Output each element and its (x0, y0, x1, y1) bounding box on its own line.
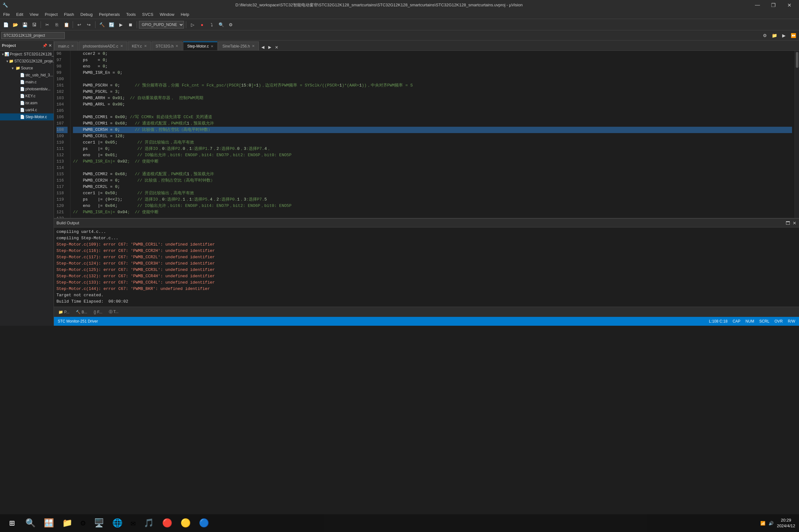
date-display: 2024/4/12 (777, 523, 795, 529)
line-number-100: 100 (56, 76, 68, 82)
sidebar-tree-item-2[interactable]: ▼📁Source (0, 65, 54, 72)
menu-item-view[interactable]: View (26, 10, 41, 19)
tab-close-2[interactable]: ✕ (144, 44, 147, 48)
sidebar-tree-item-4[interactable]: 📄main.c (0, 79, 54, 86)
build-line-11: Build Time Elapsed: 00:00:02 (56, 299, 797, 305)
taskbar-mail[interactable]: ✉️ (128, 516, 139, 530)
taskbar-time[interactable]: 20:29 2024/4/12 (777, 517, 795, 529)
sidebar-tree-item-1[interactable]: ▼📁STC32G12K128_proje... (0, 58, 54, 65)
sidebar-tree-item-5[interactable]: 📄photosentisiv... (0, 86, 54, 93)
menu-item-tools[interactable]: Tools (123, 10, 139, 19)
line-number-115: 115 (56, 171, 68, 177)
taskbar-settings[interactable]: ⚙️ (77, 516, 89, 530)
copy-button[interactable]: ⎘ (52, 20, 61, 29)
close-button[interactable]: ✕ (782, 0, 797, 10)
taskbar-terminal[interactable]: 🖥️ (91, 516, 107, 530)
rebuild-button[interactable]: 🔄 (107, 20, 116, 29)
settings-button[interactable]: ⚙ (226, 20, 235, 29)
tab-Step-Motor-c[interactable]: Step-Motor.c✕ (183, 41, 218, 50)
tab-close-all[interactable]: ✕ (273, 44, 280, 50)
sidebar-tree-item-3[interactable]: 📄stc_usb_hid_3... (0, 72, 54, 79)
bottom-tab-t[interactable]: ⓪ T... (107, 308, 121, 316)
taskbar-search[interactable]: 🔍 (22, 516, 39, 530)
undo-button[interactable]: ↩ (75, 20, 84, 29)
code-line-102: PWMB_PSCRL = 3; (73, 89, 792, 95)
status-right: L:108 C:18 CAP NUM SCRL OVR R/W (709, 319, 795, 324)
tree-label-8: uart4.c (25, 108, 37, 112)
menu-item-help[interactable]: Help (178, 10, 193, 19)
sidebar-pin-icon[interactable]: 📌 (42, 43, 47, 48)
tab-close-5[interactable]: ✕ (252, 44, 255, 48)
menu-item-window[interactable]: Window (157, 10, 177, 19)
tab-close-3[interactable]: ✕ (176, 44, 178, 48)
tab-STC32G-h[interactable]: STC32G.h✕ (152, 41, 183, 50)
menu-item-file[interactable]: File (0, 10, 13, 19)
save-all-button[interactable]: 🖫 (30, 20, 39, 29)
tab-nav-left[interactable]: ◀ (259, 44, 267, 50)
taskbar-app2[interactable]: 🔴 (159, 516, 176, 530)
toolbar2-btn1[interactable]: ⚙ (760, 31, 769, 40)
toolbar2-btn3[interactable]: ▶ (779, 31, 788, 40)
sidebar-tree-item-9[interactable]: 📄Step-Motor.c (0, 113, 54, 120)
scrollbar-right[interactable] (795, 51, 799, 218)
tab-close-0[interactable]: ✕ (71, 44, 74, 48)
tab-photosentisiveADC-c[interactable]: photosentisiveADC.c✕ (79, 41, 127, 50)
status-bar: STC Monitor-251 Driver L:108 C:18 CAP NU… (54, 317, 799, 326)
project-input[interactable] (1, 32, 65, 39)
tab-main-c[interactable]: main.c✕ (54, 41, 78, 50)
tree-icon-4: 📄 (20, 80, 25, 84)
taskbar-app1[interactable]: 🎵 (141, 516, 157, 530)
step-over[interactable]: ⤵ (207, 20, 216, 29)
tab-nav-right[interactable]: ▶ (267, 44, 273, 50)
sidebar-tree-item-0[interactable]: ▼📊Project: STC32G12K128_s... (0, 51, 54, 58)
toolbar2-btn2[interactable]: 📁 (770, 31, 779, 40)
bottom-tab-p[interactable]: 📁 P... (56, 309, 71, 316)
stop-button[interactable]: ⏹ (126, 20, 135, 29)
sidebar-tree-item-7[interactable]: 📄isr.asm (0, 99, 54, 107)
sidebar-tree-item-8[interactable]: 📄uart4.c (0, 107, 54, 113)
zoom-button[interactable]: 🔍 (217, 20, 225, 29)
sidebar-tree-item-6[interactable]: 📄KEY.c (0, 93, 54, 99)
taskbar-app3[interactable]: 🟡 (177, 516, 194, 530)
redo-button[interactable]: ↪ (84, 20, 93, 29)
menu-item-project[interactable]: Project (41, 10, 60, 19)
menu-item-debug[interactable]: Debug (77, 10, 96, 19)
tab-close-1[interactable]: ✕ (120, 44, 123, 48)
menu-item-edit[interactable]: Edit (13, 10, 26, 19)
taskbar-taskview[interactable]: 🪟 (41, 516, 57, 530)
gpio-dropdown[interactable]: GPIO_PUPD_NONE (139, 21, 184, 28)
open-button[interactable]: 📂 (11, 20, 20, 29)
menu-item-flash[interactable]: Flash (61, 10, 77, 19)
taskbar-app4[interactable]: 🔵 (196, 516, 212, 530)
debug-button[interactable]: ▶ (116, 20, 125, 29)
breakpoint-button[interactable]: ● (198, 20, 206, 29)
tree-label-5: photosentisiv... (25, 87, 51, 91)
new-button[interactable]: 📄 (1, 20, 10, 29)
line-number-119: 119 (56, 196, 68, 203)
taskview-icon: 🪟 (44, 518, 54, 528)
tab-SineTable-256-h[interactable]: SineTable-256.h✕ (218, 41, 259, 50)
taskbar-start[interactable]: ⊞ (4, 515, 20, 531)
sidebar-close-icon[interactable]: ✕ (49, 43, 52, 48)
menu-item-peripherals[interactable]: Peripherals (96, 10, 123, 19)
settings-taskbar-icon: ⚙️ (80, 518, 86, 528)
taskbar-browser[interactable]: 🌐 (109, 516, 126, 530)
code-content[interactable]: ccer2 = 0; ps = 0; eno = 0; PWMB_ISR_En … (70, 51, 795, 218)
toolbar2-btn4[interactable]: ⏩ (789, 31, 798, 40)
build-button[interactable]: 🔨 (97, 20, 106, 29)
app4-icon: 🔵 (199, 518, 209, 528)
paste-button[interactable]: 📋 (62, 20, 71, 29)
minimize-button[interactable]: — (750, 0, 765, 10)
save-button[interactable]: 💾 (20, 20, 29, 29)
tab-close-4[interactable]: ✕ (211, 44, 214, 49)
tab-KEY-c[interactable]: KEY.c✕ (128, 41, 151, 50)
menu-item-svcs[interactable]: SVCS (139, 10, 157, 19)
maximize-button[interactable]: ❐ (766, 0, 781, 10)
taskbar-explorer[interactable]: 📁 (59, 516, 75, 530)
run-button[interactable]: ▷ (188, 20, 197, 29)
cut-button[interactable]: ✂ (43, 20, 52, 29)
bottom-tab-f[interactable]: {} F... (92, 309, 104, 316)
build-close-icon[interactable]: ✕ (793, 221, 797, 226)
build-maximize-icon[interactable]: 🗖 (786, 221, 790, 226)
bottom-tab-b[interactable]: 🔨 B... (74, 309, 89, 316)
